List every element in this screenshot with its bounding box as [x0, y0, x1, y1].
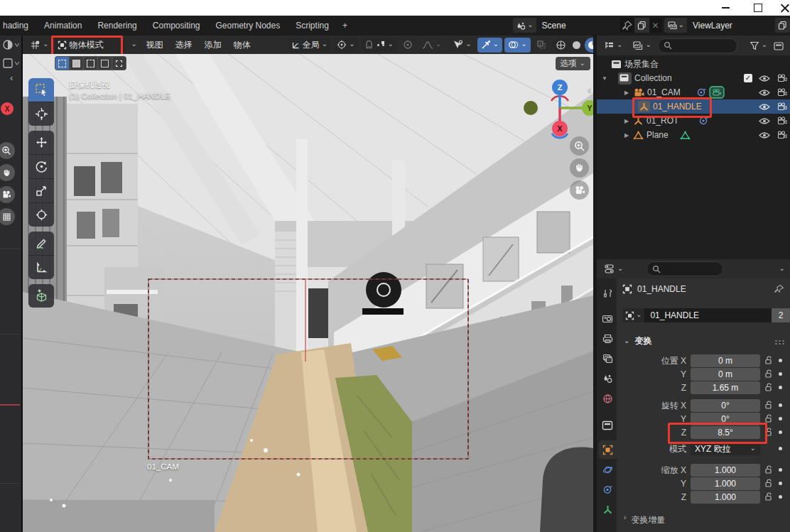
panel-drag-grip[interactable] [774, 340, 784, 344]
workspace-tab-shading[interactable]: hading [0, 16, 36, 36]
xray-toggle[interactable] [533, 38, 550, 53]
viewport-canvas[interactable]: Z Y X 摄像机透视 (1) Collection | 01_HANDLE 0… [23, 54, 593, 532]
minimize-button[interactable] [709, 0, 742, 16]
disable-render-camera-icon[interactable] [777, 88, 787, 97]
properties-filter-chevron[interactable]: ⌄ [779, 265, 786, 272]
rotation-x-field[interactable]: 0° [691, 399, 760, 412]
select-mode-extend[interactable] [70, 57, 83, 70]
viewport-options-dropdown[interactable]: 选项 ⌄ [556, 57, 590, 70]
tab-object[interactable] [598, 440, 617, 459]
lock-open-icon[interactable] [764, 492, 773, 501]
maximize-button[interactable] [742, 0, 774, 16]
unlink-scene-button[interactable]: ✕ [649, 21, 662, 31]
tool-select-box[interactable] [28, 78, 54, 102]
pan-widget[interactable] [570, 158, 589, 178]
camera-view-widget[interactable] [570, 180, 589, 200]
users-count-badge[interactable]: 2 [772, 308, 790, 322]
tool-move[interactable] [28, 131, 54, 155]
scene-name-field[interactable]: Scene [536, 18, 620, 33]
workspace-tab-rendering[interactable]: Rendering [90, 16, 144, 36]
outliner-display-mode-dropdown[interactable]: ⌄ [629, 38, 654, 53]
select-mode-set[interactable] [55, 57, 69, 70]
expand-arrow[interactable]: ▶ [623, 89, 630, 96]
workspace-tab-geometry-nodes[interactable]: Geometry Nodes [208, 16, 288, 36]
scale-y-field[interactable]: 1.000 [691, 477, 760, 490]
lock-open-icon[interactable] [764, 383, 773, 392]
workspace-tab-compositing[interactable]: Compositing [145, 16, 208, 36]
lock-open-icon[interactable] [764, 479, 773, 488]
camera-view-widget[interactable] [0, 186, 15, 203]
hide-eye-icon[interactable] [759, 131, 770, 139]
outliner-filter-dropdown[interactable]: ⌄ [746, 38, 771, 53]
animate-dot[interactable] [779, 495, 782, 499]
outliner-row-collection[interactable]: ▼ Collection ✓ [597, 71, 790, 85]
show-gizmo-toggle[interactable]: ⌄ [477, 38, 502, 53]
clipped-view-dropdown[interactable] [1, 56, 20, 70]
scale-x-field[interactable]: 1.000 [691, 464, 760, 477]
disable-render-camera-icon[interactable] [777, 102, 787, 111]
animate-dot[interactable] [779, 430, 782, 434]
show-overlays-toggle[interactable]: ⌄ [504, 38, 530, 53]
location-y-field[interactable]: 0 m [691, 368, 760, 381]
hide-eye-icon[interactable] [759, 75, 770, 82]
new-collection-icon[interactable] [774, 40, 785, 51]
close-button[interactable] [774, 0, 790, 16]
scene-browse-button[interactable]: ⌄ [513, 18, 536, 33]
snap-toggle[interactable]: ⌄ [361, 38, 397, 53]
clipped-shading-dropdown[interactable] [1, 38, 20, 52]
outliner-row-plane[interactable]: ▶ Plane [597, 128, 790, 142]
menu-select[interactable]: 选择 [171, 39, 198, 51]
outliner-editor-type-button[interactable]: ⌄ [600, 38, 626, 53]
shading-solid-button[interactable] [569, 38, 585, 53]
select-mode-invert[interactable] [98, 57, 112, 70]
animate-dot[interactable] [779, 482, 782, 485]
menu-add[interactable]: 添加 [200, 39, 227, 51]
tab-tool[interactable] [598, 284, 617, 303]
tab-view-layer[interactable] [598, 349, 617, 368]
lock-open-icon[interactable] [764, 465, 773, 474]
view-layer-browse-button[interactable]: ⌄ [664, 18, 687, 33]
lock-open-icon[interactable] [764, 356, 773, 365]
rotation-z-field[interactable]: 8.5° [691, 426, 760, 439]
view-layer-name-field[interactable]: ViewLayer [687, 18, 775, 33]
tab-output[interactable] [598, 330, 617, 348]
tab-render[interactable] [598, 310, 617, 328]
lock-open-icon[interactable] [764, 369, 773, 379]
expand-arrow[interactable]: ▶ [623, 118, 630, 124]
zoom-widget[interactable] [570, 136, 589, 156]
lock-open-icon[interactable] [764, 401, 773, 410]
lock-open-icon[interactable] [764, 414, 773, 423]
tool-measure[interactable] [28, 256, 54, 279]
animate-dot[interactable] [779, 403, 782, 407]
pin-icon[interactable] [774, 284, 784, 295]
disable-render-camera-icon[interactable] [777, 74, 787, 82]
outliner-row-01-cam[interactable]: ▶ 01_CAM [597, 85, 790, 99]
select-mode-intersect[interactable] [112, 57, 126, 70]
sidebar-toggle-arrow[interactable]: ‹ [588, 84, 591, 95]
proportional-falloff-dropdown[interactable]: ⌄ [418, 38, 445, 53]
editor-type-button[interactable]: ⌄ [26, 38, 52, 53]
expand-arrow[interactable]: ▶ [623, 132, 630, 139]
collection-checkbox[interactable]: ✓ [744, 74, 752, 82]
hide-eye-icon[interactable] [759, 103, 770, 111]
tool-annotate[interactable] [28, 232, 54, 256]
tab-collection[interactable] [598, 416, 617, 435]
menu-view[interactable]: 视图 [141, 39, 168, 51]
animate-dot[interactable] [779, 372, 782, 376]
pin-icon[interactable] [622, 20, 633, 31]
workspace-tab-animation[interactable]: Animation [36, 16, 90, 36]
select-mode-subtract[interactable] [84, 57, 97, 70]
animate-dot[interactable] [779, 386, 782, 389]
sidebar-toggle-arrow[interactable]: ‹ [10, 72, 13, 83]
disable-render-camera-icon[interactable] [777, 116, 787, 125]
tab-world[interactable] [598, 389, 617, 408]
zoom-widget[interactable] [0, 142, 15, 159]
new-view-layer-button[interactable] [775, 18, 790, 33]
lock-open-icon[interactable] [764, 428, 773, 437]
transform-orientation-dropdown[interactable]: 全局 ⌄ [288, 38, 331, 53]
axis-x-ball[interactable]: X [1, 102, 13, 115]
tool-rotate[interactable] [28, 155, 54, 179]
grid-widget[interactable] [0, 208, 15, 225]
transform-panel-header[interactable]: ⌄ 变换 [624, 335, 651, 347]
animate-dot[interactable] [779, 447, 782, 450]
